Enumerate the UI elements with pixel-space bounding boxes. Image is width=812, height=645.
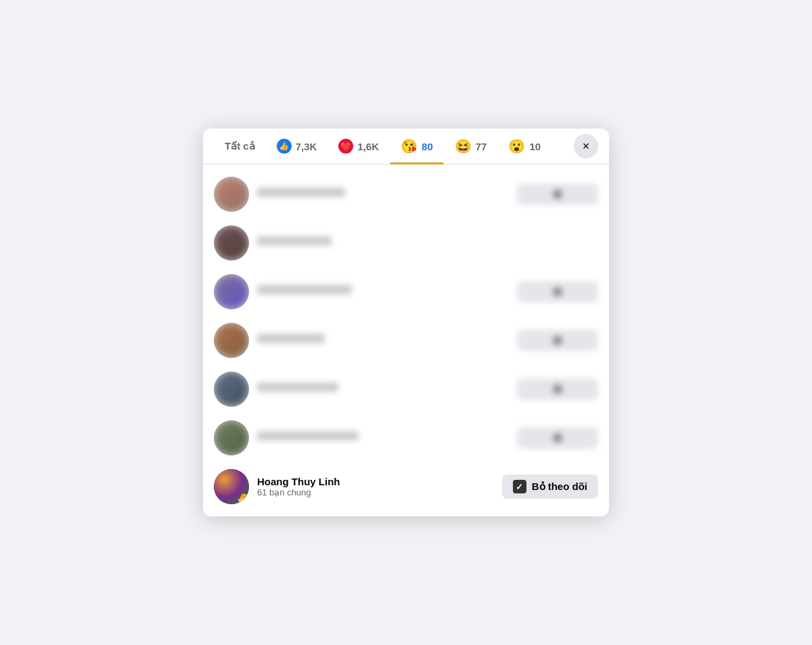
tab-all[interactable]: Tất cả (214, 131, 266, 162)
tab-love-count: 1,6K (357, 141, 379, 152)
list-item (203, 316, 609, 365)
avatar (214, 177, 249, 212)
tab-all-label: Tất cả (225, 140, 255, 152)
tab-kiss-count: 80 (422, 141, 433, 152)
avatar (214, 225, 249, 261)
checkmark-icon: ✓ (513, 480, 526, 493)
user-info (257, 187, 509, 201)
user-name-blurred (257, 236, 332, 246)
action-btn-blurred (517, 378, 598, 400)
user-name-blurred (257, 187, 345, 197)
avatar (214, 274, 249, 309)
avatar-wrap (214, 177, 249, 212)
user-name-blurred (257, 382, 338, 392)
avatar (214, 323, 249, 358)
tab-love[interactable]: ❤️ 1,6K (328, 129, 390, 163)
user-name-blurred (257, 285, 352, 294)
tab-like-count: 7,3K (296, 141, 317, 152)
user-info (257, 285, 509, 298)
avatar-wrap (214, 372, 249, 407)
featured-user-name: Hoang Thuy Linh (257, 476, 494, 487)
featured-user-mutual: 61 bạn chung (257, 487, 494, 497)
action-btn-blurred (517, 281, 598, 303)
bo-theo-doi-label: Bỏ theo dõi (532, 481, 587, 493)
list-item (203, 219, 609, 267)
btn-icon (553, 336, 562, 345)
action-btn-blurred (517, 330, 598, 351)
btn-icon (553, 433, 562, 443)
tab-laugh[interactable]: 😆 77 (444, 129, 498, 164)
btn-icon (553, 384, 562, 394)
avatar (214, 420, 249, 455)
tab-laugh-count: 77 (476, 141, 487, 152)
close-button[interactable]: × (574, 134, 598, 158)
close-icon: × (583, 139, 590, 154)
user-name-blurred (257, 431, 359, 441)
btn-icon (553, 287, 562, 296)
list-item (203, 267, 609, 316)
avatar-wrap (214, 323, 249, 358)
btn-icon (553, 190, 562, 199)
featured-avatar: 🐣 (214, 469, 249, 504)
list-item (203, 414, 609, 462)
user-name-blurred (257, 334, 325, 343)
avatar (214, 372, 249, 407)
reactions-modal: Tất cả 👍 7,3K ❤️ 1,6K 😘 80 😆 77 😮 10 × (203, 129, 609, 516)
action-btn-blurred (517, 427, 598, 449)
tab-wow-count: 10 (529, 141, 541, 152)
featured-user-row: 🐣 Hoang Thuy Linh 61 bạn chung ✓ Bỏ theo… (203, 462, 609, 511)
user-list: 🐣 Hoang Thuy Linh 61 bạn chung ✓ Bỏ theo… (203, 164, 609, 516)
featured-user-info: Hoang Thuy Linh 61 bạn chung (257, 476, 494, 497)
user-info (257, 431, 509, 445)
list-item (203, 170, 609, 219)
avatar-wrap (214, 225, 249, 261)
bo-theo-doi-button[interactable]: ✓ Bỏ theo dõi (502, 474, 598, 499)
avatar-emoji-badge: 🐣 (237, 493, 249, 504)
list-item (203, 365, 609, 414)
kiss-emoji: 😘 (401, 138, 418, 154)
laugh-emoji: 😆 (455, 138, 472, 154)
action-btn-blurred (517, 183, 598, 205)
user-info (257, 334, 509, 347)
user-info (257, 236, 598, 250)
avatar-wrap (214, 274, 249, 309)
like-icon: 👍 (277, 139, 292, 154)
love-icon: ❤️ (338, 139, 353, 154)
avatar-wrap (214, 420, 249, 455)
tabs-bar: Tất cả 👍 7,3K ❤️ 1,6K 😘 80 😆 77 😮 10 × (203, 129, 609, 164)
wow-emoji: 😮 (508, 138, 525, 154)
user-info (257, 382, 509, 396)
tab-wow[interactable]: 😮 10 (497, 129, 551, 164)
featured-avatar-wrap: 🐣 (214, 469, 249, 504)
tab-kiss[interactable]: 😘 80 (390, 129, 444, 164)
tab-like[interactable]: 👍 7,3K (266, 129, 328, 163)
